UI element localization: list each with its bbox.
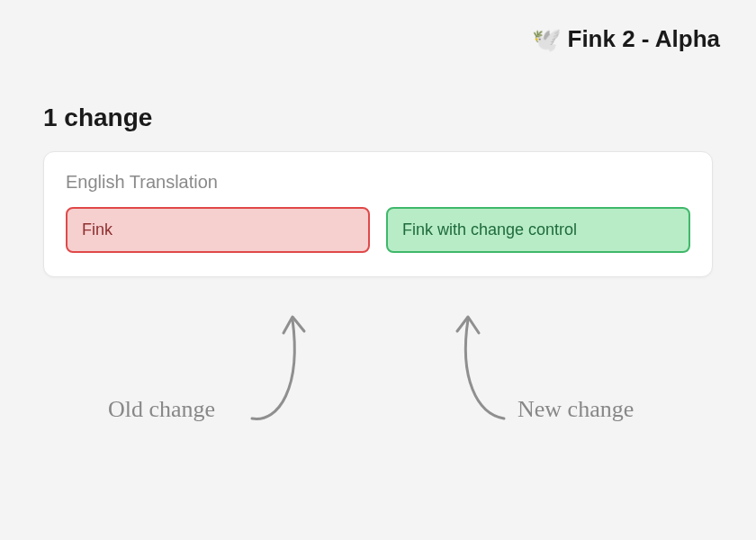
new-value-box: Fink with change control <box>386 207 690 253</box>
change-count-heading: 1 change <box>43 104 152 132</box>
bird-icon: 🕊️ <box>532 28 561 51</box>
annotation-old-label: Old change <box>108 396 215 423</box>
old-value-box: Fink <box>66 207 370 253</box>
card-title: English Translation <box>66 172 690 193</box>
annotation-new-label: New change <box>518 396 634 423</box>
translation-card: English Translation Fink Fink with chang… <box>43 151 713 277</box>
app-title: Fink 2 - Alpha <box>568 25 721 53</box>
annotation-layer: Old change New change <box>0 297 756 522</box>
app-header: 🕊️ Fink 2 - Alpha <box>532 25 721 53</box>
change-row: Fink Fink with change control <box>66 207 690 253</box>
